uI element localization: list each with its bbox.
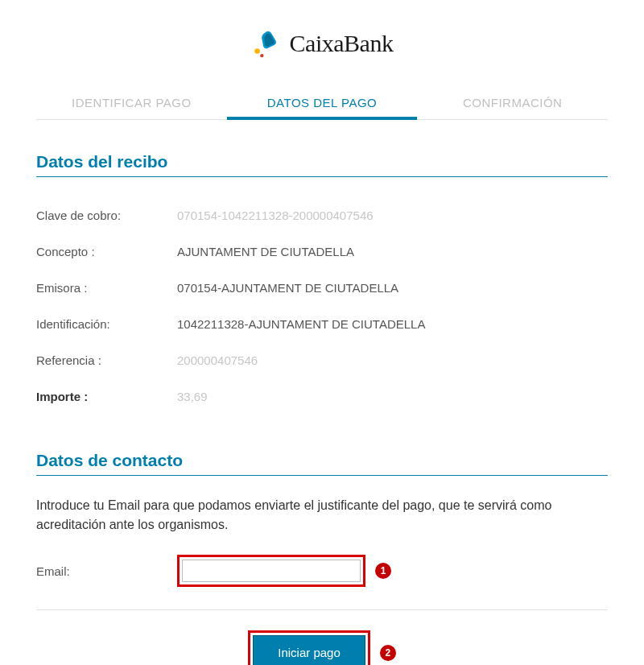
value-identificacion: 1042211328-AJUNTAMENT DE CIUTADELLA <box>177 317 425 331</box>
row-clave-cobro: Clave de cobro: 070154-1042211328-200000… <box>36 197 608 233</box>
tab-confirmacion[interactable]: CONFIRMACIÓN <box>417 86 608 119</box>
iniciar-pago-button[interactable]: Iniciar pago <box>253 635 365 665</box>
value-emisora: 070154-AJUNTAMENT DE CIUTADELLA <box>177 281 398 295</box>
value-importe: 33,69 <box>177 390 208 403</box>
row-importe: Importe : 33,69 <box>36 378 608 415</box>
submit-button-highlight: Iniciar pago <box>248 630 370 665</box>
section-title-contact: Datos de contacto <box>36 451 608 476</box>
email-row: Email: 1 <box>36 555 608 610</box>
section-title-receipt: Datos del recibo <box>36 152 608 177</box>
label-clave-cobro: Clave de cobro: <box>36 209 177 222</box>
label-importe: Importe : <box>36 390 177 403</box>
tab-datos-del-pago[interactable]: DATOS DEL PAGO <box>227 86 418 119</box>
receipt-data-section: Datos del recibo Clave de cobro: 070154-… <box>36 152 608 415</box>
wizard-tabs: IDENTIFICAR PAGO DATOS DEL PAGO CONFIRMA… <box>36 86 608 120</box>
svg-point-0 <box>254 48 260 54</box>
tab-identificar-pago[interactable]: IDENTIFICAR PAGO <box>36 86 227 119</box>
value-concepto: AJUNTAMENT DE CIUTADELLA <box>177 245 354 258</box>
contact-data-section: Datos de contacto Introduce tu Email par… <box>36 451 608 665</box>
row-emisora: Emisora : 070154-AJUNTAMENT DE CIUTADELL… <box>36 270 608 306</box>
submit-row: Iniciar pago 2 <box>36 610 608 665</box>
callout-1: 1 <box>375 563 391 579</box>
row-concepto: Concepto : AJUNTAMENT DE CIUTADELLA <box>36 233 608 270</box>
label-emisora: Emisora : <box>36 281 177 295</box>
email-input-highlight <box>177 555 365 587</box>
value-referencia: 200000407546 <box>177 353 258 367</box>
label-identificacion: Identificación: <box>36 317 177 331</box>
caixabank-star-icon <box>251 28 282 59</box>
logo-text: CaixaBank <box>290 30 394 57</box>
email-label: Email: <box>36 564 177 578</box>
contact-intro-text: Introduce tu Email para que podamos envi… <box>36 496 608 535</box>
label-referencia: Referencia : <box>36 353 177 367</box>
value-clave-cobro: 070154-1042211328-200000407546 <box>177 209 374 222</box>
svg-point-1 <box>260 54 263 57</box>
header-logo: CaixaBank <box>36 16 608 86</box>
row-identificacion: Identificación: 1042211328-AJUNTAMENT DE… <box>36 306 608 342</box>
row-referencia: Referencia : 200000407546 <box>36 342 608 378</box>
label-concepto: Concepto : <box>36 245 177 258</box>
callout-2: 2 <box>380 645 396 661</box>
email-input[interactable] <box>182 560 361 582</box>
